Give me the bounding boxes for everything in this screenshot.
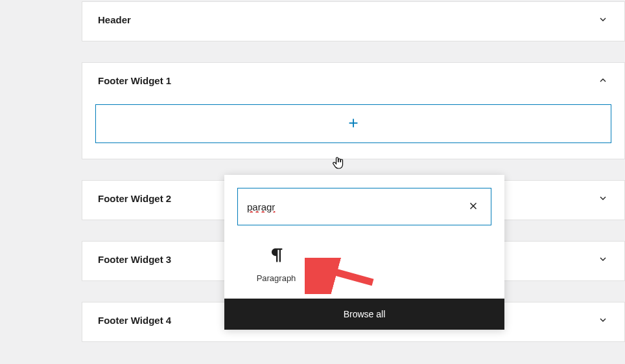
area-title: Footer Widget 1 [98,75,171,86]
area-title: Footer Widget 2 [98,193,171,204]
block-inserter-popover: Paragraph Browse all [224,175,504,330]
search-field-container [237,188,491,225]
chevron-down-icon [597,253,609,265]
browse-all-label: Browse all [344,309,386,319]
widget-area-header: Header [82,1,625,41]
widget-area-footer1: Footer Widget 1 [82,62,625,159]
block-label: Paragraph [257,273,296,283]
add-block-button[interactable] [95,104,611,143]
area-title: Footer Widget 3 [98,254,171,265]
chevron-down-icon [597,314,609,326]
pilcrow-icon [267,246,285,267]
plus-icon [346,116,360,132]
clear-search-button[interactable] [465,198,482,216]
chevron-down-icon [597,14,609,25]
area-toggle-footer1[interactable]: Footer Widget 1 [82,63,624,98]
area-title: Footer Widget 4 [98,315,171,326]
block-search-input[interactable] [247,201,465,212]
widget-body-footer1 [82,98,624,159]
close-icon [467,200,479,214]
chevron-up-icon [597,74,609,86]
block-item-paragraph[interactable]: Paragraph [237,246,315,283]
browse-all-button[interactable]: Browse all [224,299,504,330]
inserter-search-wrap [224,175,504,231]
inserter-results: Paragraph [224,231,504,299]
chevron-down-icon [597,192,609,204]
area-toggle-header[interactable]: Header [82,2,624,37]
area-title: Header [98,14,131,25]
